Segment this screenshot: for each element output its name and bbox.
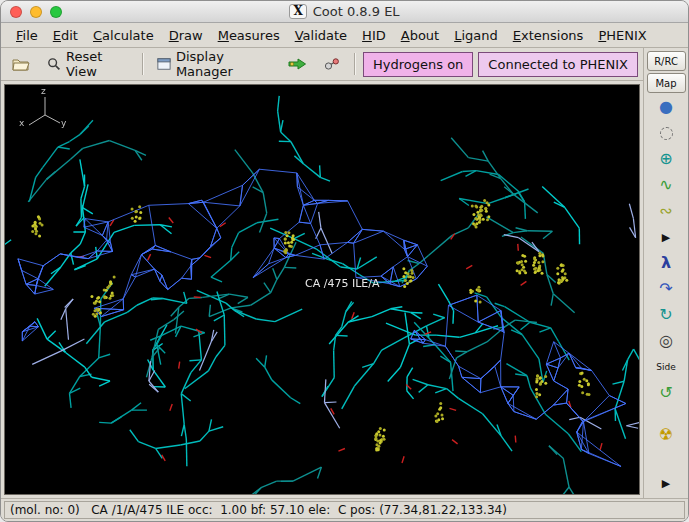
rigid-body-fit-button[interactable]: ⊕	[649, 147, 683, 171]
reset-view-button[interactable]: Reset View	[41, 45, 134, 83]
go-to-atom-button[interactable]	[282, 54, 313, 74]
menu-measures[interactable]: Measures	[211, 25, 287, 46]
open-folder-icon	[12, 57, 30, 71]
rotate-arrow-icon: ↺	[659, 385, 672, 401]
side-chain-flip-label: Side	[656, 362, 675, 372]
window-title-area: X Coot 0.8.9 EL	[1, 1, 688, 22]
sphere-refine-button[interactable]: ●	[649, 95, 683, 119]
menu-about[interactable]: About	[394, 25, 446, 46]
flip-peptide-button[interactable]: ◎	[649, 329, 683, 353]
atom-bond-icon	[324, 57, 340, 71]
edit-chi-angles-button[interactable]: ↷	[649, 277, 683, 301]
minimize-button[interactable]	[30, 6, 42, 18]
menu-file[interactable]: File	[9, 25, 45, 46]
menu-ligand[interactable]: Ligand	[447, 25, 505, 46]
radiation-icon: ☢	[659, 427, 673, 443]
menu-extensions[interactable]: Extensions	[506, 25, 591, 46]
menu-draw[interactable]: Draw	[162, 25, 210, 46]
open-coordinates-button[interactable]	[6, 53, 36, 75]
green-arrow-icon	[288, 58, 307, 70]
titlebar: X Coot 0.8.9 EL	[1, 1, 688, 23]
blue-sphere-icon: ●	[659, 99, 673, 115]
target-cross-icon: ⊕	[659, 151, 672, 167]
auto-fit-rotamer-button[interactable]: ∾	[649, 199, 683, 223]
regularize-zone-button[interactable]	[649, 121, 683, 145]
torsion-general-button[interactable]: ↻	[649, 303, 683, 327]
bottom-expander-button[interactable]: ▶	[649, 471, 683, 495]
circular-arrows-icon: ↻	[659, 307, 672, 323]
menu-edit[interactable]: Edit	[46, 25, 85, 46]
coot-window: X Coot 0.8.9 EL File Edit Calculate Draw…	[0, 0, 689, 522]
toolbar: Reset View Display Manager	[1, 48, 643, 81]
map-button[interactable]: Map	[647, 73, 686, 93]
phenix-connection-toggle-button[interactable]: Connected to PHENIX	[478, 52, 638, 77]
menu-calculate[interactable]: Calculate	[86, 25, 161, 46]
mutate-button[interactable]: ☢	[649, 423, 683, 447]
curve-arrow-icon: ↷	[659, 281, 672, 297]
dashed-circle-icon	[660, 127, 673, 140]
window-title: Coot 0.8.9 EL	[313, 4, 400, 19]
lambda-curve-icon: λ	[661, 255, 671, 271]
content-row: Reset View Display Manager	[1, 48, 688, 498]
menu-phenix[interactable]: PHENIX	[591, 25, 653, 46]
right-toolbar: R/RC Map ● ⊕ ∿ ∾ ▶ λ ↷	[643, 48, 688, 498]
toolbar-separator	[142, 53, 143, 75]
molecule-canvas[interactable]	[5, 85, 639, 494]
status-message: (mol. no: 0) CA /1/A/475 ILE occ: 1.00 b…	[4, 501, 685, 519]
display-manager-button[interactable]: Display Manager	[151, 45, 277, 83]
refine-regularize-button[interactable]: R/RC	[647, 51, 686, 71]
display-manager-label: Display Manager	[176, 49, 271, 79]
menu-hid[interactable]: HID	[355, 25, 393, 46]
ring-icon: ◎	[659, 333, 673, 349]
main-column: Reset View Display Manager	[1, 48, 643, 498]
bottom-expander-arrow-icon: ▶	[662, 478, 670, 489]
rotamers-button[interactable]: λ	[649, 251, 683, 275]
magnifier-icon	[47, 56, 61, 72]
undo-rotate-button[interactable]: ↺	[649, 381, 683, 405]
expander-arrow-icon: ▶	[662, 232, 670, 243]
statusbar: (mol. no: 0) CA /1/A/475 ILE occ: 1.00 b…	[1, 498, 688, 521]
x11-icon: X	[289, 4, 306, 19]
zoom-button[interactable]	[50, 6, 62, 18]
display-manager-icon	[157, 57, 171, 71]
coil-arrow-icon: ∾	[659, 203, 672, 219]
graphics-viewport: x y z CA /475 ILE/A	[4, 84, 640, 495]
hydrogens-toggle-button[interactable]: Hydrogens on	[363, 52, 473, 77]
rotate-translate-zone-button[interactable]: ∿	[649, 173, 683, 197]
go-to-ligand-button[interactable]	[318, 53, 346, 75]
menu-validate[interactable]: Validate	[288, 25, 354, 46]
reset-view-label: Reset View	[66, 49, 128, 79]
side-chain-flip-button[interactable]: Side	[649, 355, 683, 379]
toolbar-separator	[354, 53, 355, 75]
green-coil-icon: ∿	[659, 177, 672, 193]
toolbar-expander-button[interactable]: ▶	[649, 225, 683, 249]
traffic-lights	[1, 6, 62, 18]
close-button[interactable]	[10, 6, 22, 18]
